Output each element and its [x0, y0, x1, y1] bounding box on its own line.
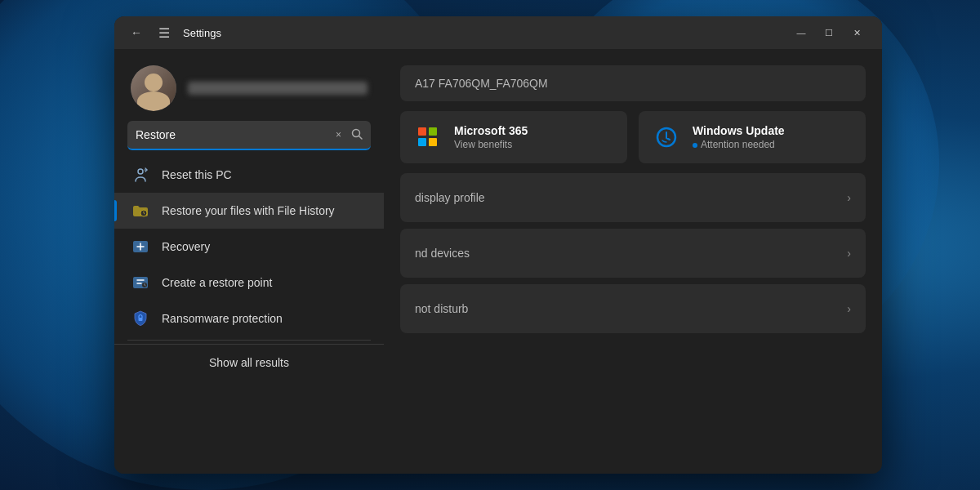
result-reset-pc[interactable]: Reset this PC: [114, 157, 384, 193]
title-bar-controls: — ☐ ✕: [789, 20, 869, 45]
right-panel: A17 FA706QM_FA706QM Microsof: [384, 49, 882, 474]
avatar-section: [114, 49, 384, 121]
windows-update-icon: [652, 122, 681, 152]
show-all-results-label: Show all results: [209, 356, 289, 369]
setting-rows: display profile › nd devices › not distu…: [400, 173, 866, 457]
ms365-green: [429, 127, 437, 136]
windows-update-title: Windows Update: [693, 124, 785, 137]
minimize-button[interactable]: —: [789, 20, 813, 45]
result-ransomware-label: Ransomware protection: [162, 311, 283, 326]
results-separator: [127, 340, 371, 341]
avatar[interactable]: [131, 65, 176, 111]
left-panel: Restore ×: [114, 49, 384, 474]
result-create-restore-point-label: Create a restore point: [162, 275, 272, 290]
result-restore-files[interactable]: Restore your files with File History: [114, 193, 384, 229]
windows-update-text: Windows Update Attention needed: [693, 124, 785, 150]
window-title: Settings: [183, 27, 779, 39]
result-create-restore-point[interactable]: Create a restore point: [114, 265, 384, 301]
ms365-title: Microsoft 365: [454, 124, 528, 137]
avatar-image: [131, 65, 176, 111]
result-recovery[interactable]: Recovery: [114, 229, 384, 265]
result-ransomware[interactable]: Ransomware protection: [114, 301, 384, 336]
show-all-results-button[interactable]: Show all results: [114, 344, 384, 381]
ms365-blue: [418, 138, 426, 146]
search-clear-button[interactable]: ×: [332, 127, 345, 142]
restore-point-icon: [131, 273, 150, 292]
windows-update-subtitle: Attention needed: [693, 139, 785, 150]
result-recovery-label: Recovery: [162, 239, 210, 254]
display-profile-text: display profile: [415, 191, 485, 204]
menu-button[interactable]: ☰: [155, 22, 173, 44]
ms365-red: [418, 127, 426, 136]
search-box[interactable]: Restore ×: [127, 121, 371, 150]
computer-name-bar: A17 FA706QM_FA706QM: [400, 65, 866, 101]
computer-name: A17 FA706QM_FA706QM: [415, 77, 548, 90]
ms365-text: Microsoft 365 View benefits: [454, 124, 528, 150]
result-restore-files-label: Restore your files with File History: [162, 203, 335, 218]
svg-rect-7: [139, 318, 143, 321]
ms365-yellow: [429, 138, 437, 146]
info-cards: Microsoft 365 View benefits Windo: [400, 111, 866, 163]
close-button[interactable]: ✕: [844, 20, 869, 45]
search-query: Restore: [136, 128, 326, 141]
search-results: Reset this PC Restore your files with Fi…: [114, 157, 384, 474]
setting-row-do-not-disturb[interactable]: not disturb ›: [400, 284, 866, 333]
window-content: Restore ×: [114, 49, 882, 474]
microsoft365-card[interactable]: Microsoft 365 View benefits: [400, 111, 627, 163]
maximize-button[interactable]: ☐: [817, 20, 841, 45]
username-blur: [188, 82, 368, 95]
do-not-disturb-text: not disturb: [415, 302, 468, 315]
result-reset-pc-label: Reset this PC: [162, 167, 232, 182]
search-icon[interactable]: [351, 128, 363, 142]
display-profile-arrow: ›: [847, 191, 851, 204]
do-not-disturb-arrow: ›: [847, 302, 851, 315]
ms365-icon: [413, 122, 443, 152]
shield-lock-icon: [131, 309, 150, 328]
setting-row-devices[interactable]: nd devices ›: [400, 229, 866, 278]
devices-text: nd devices: [415, 247, 470, 260]
svg-point-2: [138, 169, 143, 174]
ms365-subtitle: View benefits: [454, 139, 528, 150]
windows-update-card[interactable]: Windows Update Attention needed: [639, 111, 866, 163]
setting-row-display-profile[interactable]: display profile ›: [400, 173, 866, 222]
attention-dot: [693, 143, 697, 148]
recovery-icon: [131, 237, 150, 256]
settings-window: ← ☰ Settings — ☐ ✕ Restore ×: [114, 16, 882, 474]
devices-arrow: ›: [847, 247, 851, 260]
title-bar: ← ☰ Settings — ☐ ✕: [114, 16, 882, 49]
svg-line-1: [359, 136, 363, 139]
person-arrows-icon: [131, 165, 150, 185]
back-button[interactable]: ←: [127, 23, 145, 42]
folder-clock-icon: [131, 201, 150, 220]
